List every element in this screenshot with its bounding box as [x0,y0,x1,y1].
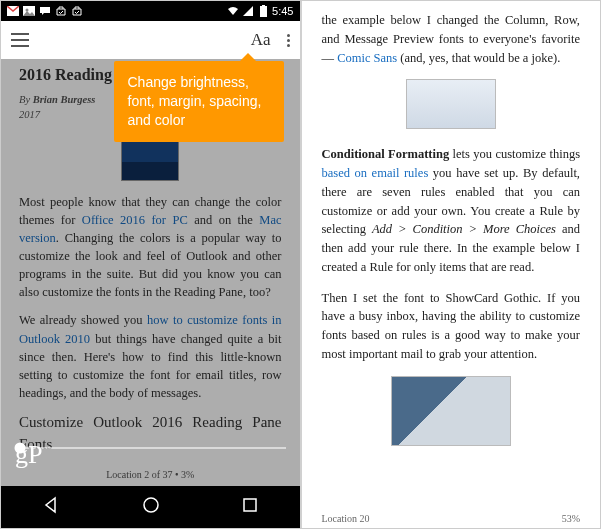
location-indicator-left: Location 2 of 37 • 3% [1,469,300,480]
gmail-icon [7,5,19,17]
wifi-icon [227,5,239,17]
gp-watermark: gP [15,440,42,470]
location-indicator-right: Location 20 [322,513,370,524]
svg-rect-3 [260,6,267,17]
svg-rect-6 [244,499,256,511]
left-pane: 5:45 Aa Change brightness, font, margin,… [1,1,302,528]
link-office-pc[interactable]: Office 2016 for PC [82,213,188,227]
progress-slider[interactable] [1,436,300,460]
svg-point-5 [144,498,158,512]
overflow-menu-icon[interactable] [287,34,290,47]
photo-icon [23,5,35,17]
store-icon-2 [71,5,83,17]
paragraph: We already showed you how to customize f… [19,311,282,402]
paragraph: Conditional Formatting lets you customiz… [322,145,581,276]
android-status-bar: 5:45 [1,1,300,21]
link-comic-sans[interactable]: Comic Sans [337,51,397,65]
paragraph: Then I set the font to ShowCard Gothic. … [322,289,581,364]
screenshot-inbox-fonts [406,79,496,129]
status-time: 5:45 [272,5,293,17]
back-button[interactable] [42,496,60,518]
percent-indicator: 53% [562,513,580,524]
svg-rect-4 [262,5,265,7]
menu-icon[interactable] [11,33,29,47]
right-pane: the example below I changed the Column, … [302,1,601,528]
battery-icon [257,5,269,17]
paragraph: the example below I changed the Column, … [322,11,581,67]
signal-icon [242,5,254,17]
screenshot-conditional-formatting [391,376,511,446]
chat-icon [39,5,51,17]
coach-tooltip[interactable]: Change brightness, font, margin, spacing… [114,61,284,142]
typography-button[interactable]: Aa [251,30,271,50]
tooltip-text: Change brightness, font, margin, spacing… [128,74,262,128]
paragraph: Most people know that they can change th… [19,193,282,302]
home-button[interactable] [142,496,160,518]
store-icon [55,5,67,17]
link-email-rules[interactable]: based on email rules [322,166,429,180]
footer-right: Location 20 53% [302,513,601,524]
android-nav-bar [1,486,300,528]
reader-content-right[interactable]: the example below I changed the Column, … [302,1,601,504]
recents-button[interactable] [242,497,258,517]
